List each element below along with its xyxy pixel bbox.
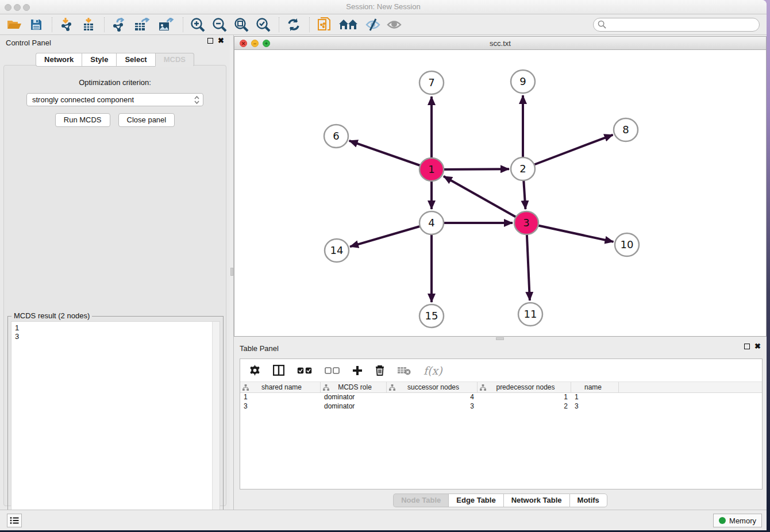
splitter-grip[interactable] — [496, 337, 504, 340]
eye-slash-icon — [364, 18, 380, 32]
network-view-window: ✕ − + scc.txt 7968124314101511 — [234, 36, 767, 337]
cell-successor-nodes[interactable]: 4 — [387, 393, 478, 402]
export-image-button[interactable] — [156, 17, 176, 33]
table-panel-title: Table Panel — [240, 344, 279, 353]
zoom-fit-button[interactable] — [233, 17, 250, 33]
search-box[interactable] — [593, 18, 760, 32]
column-layout-button[interactable] — [273, 365, 284, 376]
export-network-button[interactable] — [110, 17, 128, 33]
horizontal-splitter[interactable] — [234, 337, 767, 341]
mcds-panel: Optimization criterion: strongly connect… — [3, 65, 226, 506]
deselect-all-button[interactable] — [325, 367, 340, 374]
network-canvas[interactable]: 7968124314101511 — [234, 50, 766, 336]
table-panel: Table Panel ✖ — [234, 341, 767, 510]
float-panel-icon[interactable] — [744, 344, 750, 349]
node-label-9: 9 — [519, 75, 526, 87]
trash-icon — [375, 365, 384, 376]
edge-3-10[interactable] — [526, 223, 614, 242]
table-row[interactable]: 3dominator323 — [240, 402, 762, 411]
export-table-button[interactable] — [132, 17, 152, 33]
criterion-dropdown[interactable]: strongly connected component — [26, 93, 203, 106]
tab-network-table[interactable]: Network Table — [503, 494, 569, 507]
edge-1-6[interactable] — [349, 141, 432, 169]
cell-successor-nodes[interactable]: 3 — [387, 402, 478, 411]
export-image-icon — [158, 18, 174, 32]
export-table-icon — [134, 18, 150, 32]
table-row[interactable]: 1dominator411 — [240, 393, 762, 402]
node-label-10: 10 — [621, 238, 634, 250]
window-title: Session: New Session — [0, 2, 767, 11]
mcds-result-text[interactable]: 1 3 — [11, 321, 220, 528]
task-history-button[interactable] — [7, 514, 22, 527]
search-icon — [598, 20, 606, 29]
tab-mcds[interactable]: MCDS — [155, 53, 194, 67]
tab-edge-table[interactable]: Edge Table — [448, 494, 503, 507]
edge-3-1[interactable] — [444, 176, 526, 223]
shared-column-icon — [389, 384, 395, 391]
cell-predecessor-nodes[interactable]: 2 — [478, 402, 571, 411]
network-graph[interactable]: 7968124314101511 — [234, 50, 766, 336]
tab-select[interactable]: Select — [116, 53, 155, 67]
apply-layout-button[interactable] — [285, 17, 302, 33]
node-label-11: 11 — [524, 308, 537, 320]
open-session-button[interactable] — [6, 17, 23, 33]
cell-predecessor-nodes[interactable]: 1 — [478, 393, 571, 402]
column-header-name[interactable]: name — [571, 382, 619, 392]
tab-motifs[interactable]: Motifs — [569, 494, 607, 507]
hide-selected-button[interactable] — [364, 17, 381, 33]
edge-2-8[interactable] — [523, 135, 613, 169]
table-rows: 1dominator4113dominator323 — [240, 393, 762, 411]
zoom-selected-button[interactable] — [255, 17, 272, 33]
status-bar: Memory — [0, 510, 767, 530]
columns-icon — [273, 365, 284, 376]
zoom-in-icon — [190, 17, 205, 32]
close-panel-button[interactable]: Close panel — [118, 113, 175, 127]
float-panel-icon[interactable] — [207, 38, 213, 44]
vertical-splitter[interactable] — [230, 35, 234, 510]
clone-network-button[interactable] — [315, 17, 333, 33]
optimization-criterion-label: Optimization criterion: — [4, 78, 226, 87]
cell-name[interactable]: 1 — [571, 393, 619, 402]
node-label-14: 14 — [330, 244, 344, 256]
cell-shared-name[interactable]: 3 — [240, 402, 321, 411]
import-network-icon — [60, 18, 74, 32]
close-panel-icon[interactable]: ✖ — [218, 38, 224, 44]
delete-column-button[interactable] — [375, 365, 384, 376]
node-label-2: 2 — [519, 163, 526, 175]
column-header-shared-name[interactable]: shared name — [240, 382, 321, 392]
memory-status-dot — [719, 517, 726, 524]
select-all-button[interactable] — [297, 367, 312, 374]
gear-icon — [249, 365, 260, 376]
search-input[interactable] — [609, 21, 759, 29]
tab-style[interactable]: Style — [82, 53, 116, 67]
cell-MCDS-role[interactable]: dominator — [321, 393, 387, 402]
tab-network[interactable]: Network — [36, 53, 82, 67]
memory-button[interactable]: Memory — [713, 514, 762, 527]
import-network-button[interactable] — [58, 17, 75, 33]
add-column-button[interactable] — [352, 365, 363, 376]
network-window-titlebar[interactable]: ✕ − + scc.txt — [234, 37, 766, 50]
result-scrollbar[interactable] — [212, 322, 220, 527]
mcds-result-group: MCDS result (2 nodes) 1 3 — [7, 316, 224, 530]
run-mcds-button[interactable]: Run MCDS — [55, 113, 110, 127]
cell-shared-name[interactable]: 1 — [240, 393, 321, 402]
cell-name[interactable]: 3 — [571, 402, 619, 411]
table-settings-button[interactable] — [249, 365, 260, 376]
first-neighbors-button[interactable] — [337, 17, 359, 33]
node-label-7: 7 — [428, 76, 434, 88]
save-session-button[interactable] — [28, 17, 45, 33]
column-header-MCDS-role[interactable]: MCDS role — [321, 382, 387, 392]
column-header-successor-nodes[interactable]: successor nodes — [387, 382, 478, 392]
tab-node-table[interactable]: Node Table — [393, 494, 448, 507]
zoom-out-button[interactable] — [211, 17, 228, 33]
toolbar-separator — [104, 17, 105, 32]
column-header-predecessor-nodes[interactable]: predecessor nodes — [478, 382, 571, 392]
zoom-in-button[interactable] — [189, 17, 206, 33]
node-label-1: 1 — [428, 163, 434, 175]
splitter-grip[interactable] — [230, 268, 233, 276]
import-table-button[interactable] — [80, 17, 97, 33]
node-label-15: 15 — [425, 310, 438, 322]
cell-MCDS-role[interactable]: dominator — [321, 402, 387, 411]
show-all-button[interactable] — [386, 17, 403, 33]
close-panel-icon[interactable]: ✖ — [754, 344, 761, 349]
